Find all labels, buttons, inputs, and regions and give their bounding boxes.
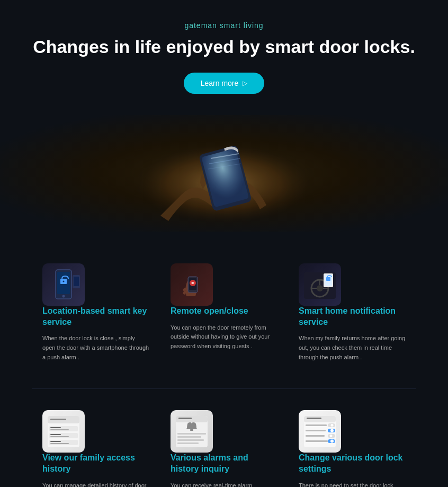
feature-icon-alarms-inquiry (171, 410, 213, 453)
svg-point-56 (329, 434, 333, 437)
svg-rect-57 (306, 440, 328, 442)
feature-alarms-inquiry: Various alarms and history inquiry You c… (160, 400, 288, 487)
feature-location-key: Location-based smart key service When th… (32, 253, 160, 378)
feature-icon-family-access (42, 410, 85, 453)
svg-rect-27 (50, 419, 66, 420)
feature-desc-alarms-inquiry: You can receive real-time alarm notifica… (171, 481, 277, 487)
svg-point-18 (317, 285, 323, 291)
feature-title-remote-open: Remote open/close (171, 306, 277, 317)
svg-rect-24 (326, 277, 330, 281)
svg-rect-30 (50, 429, 69, 430)
feature-icon-door-settings (299, 410, 341, 453)
svg-rect-44 (177, 442, 199, 444)
svg-rect-48 (306, 424, 327, 426)
feature-title-smart-notification: Smart home notification service (299, 306, 406, 328)
svg-rect-29 (50, 427, 61, 428)
svg-rect-32 (50, 434, 61, 435)
svg-rect-31 (49, 433, 78, 438)
svg-rect-12 (74, 277, 79, 286)
feature-desc-door-settings: There is no need to set the door lock fu… (299, 481, 406, 487)
features-row-1: Location-based smart key service When th… (0, 242, 448, 388)
svg-rect-35 (50, 441, 61, 442)
feature-desc-smart-notification: When my family returns home after going … (299, 334, 406, 362)
feature-title-door-settings: Change various door lock settings (299, 453, 406, 475)
svg-rect-41 (177, 433, 206, 435)
feature-icon-location-key (42, 263, 85, 306)
svg-rect-54 (306, 435, 325, 437)
feature-door-settings: Change various door lock settings There … (288, 400, 416, 487)
svg-point-9 (63, 281, 65, 282)
svg-rect-40 (190, 429, 193, 431)
hero-subtitle: gateman smart living (11, 21, 437, 30)
svg-point-10 (62, 295, 65, 298)
feature-title-alarms-inquiry: Various alarms and history inquiry (171, 453, 277, 475)
hero-image (0, 115, 448, 232)
svg-rect-42 (177, 436, 201, 438)
learn-more-label: Learn more (201, 79, 239, 87)
svg-rect-47 (307, 418, 321, 419)
feature-desc-family-access: You can manage detailed history of door … (42, 481, 149, 487)
svg-rect-36 (50, 443, 69, 444)
feature-desc-location-key: When the door lock is close , simply ope… (42, 334, 149, 362)
feature-remote-open: Remote open/close You can open the door … (160, 253, 288, 378)
hero-illustration (118, 120, 330, 226)
feature-title-family-access: View our family access history (42, 453, 149, 475)
svg-point-59 (330, 439, 334, 442)
svg-point-50 (330, 423, 334, 427)
svg-rect-34 (49, 440, 78, 445)
svg-rect-33 (50, 436, 69, 437)
hero-bg (0, 115, 448, 232)
feature-title-location-key: Location-based smart key service (42, 306, 149, 328)
hero-title: Changes in life enjoyed by smart door lo… (11, 36, 437, 58)
arrow-icon: ▷ (243, 79, 247, 87)
svg-rect-43 (177, 439, 204, 441)
feature-icon-smart-notification (299, 263, 341, 306)
feature-desc-remote-open: You can open the door remotely from outs… (171, 323, 277, 351)
features-row-2: View our family access history You can m… (0, 389, 448, 487)
svg-rect-39 (178, 418, 192, 419)
hero-section: gateman smart living Changes in life enj… (0, 0, 448, 104)
feature-icon-remote-open (171, 263, 213, 306)
svg-rect-28 (49, 426, 78, 431)
feature-family-access: View our family access history You can m… (32, 400, 160, 487)
svg-point-53 (330, 429, 334, 432)
learn-more-button[interactable]: Learn more ▷ (184, 73, 265, 94)
feature-smart-notification: Smart home notification service When my … (288, 253, 416, 378)
svg-rect-51 (306, 430, 326, 431)
